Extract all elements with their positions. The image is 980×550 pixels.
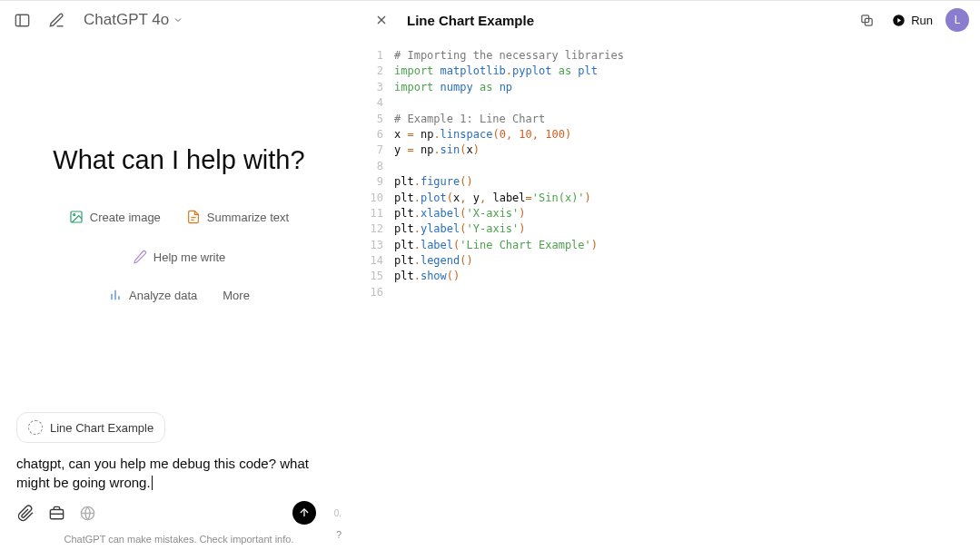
chat-header: ChatGPT 4o — [0, 1, 358, 39]
suggestion-row-1: Create image Summarize text Help me writ… — [18, 206, 340, 268]
code-line: 8 — [358, 159, 980, 174]
copy-icon — [859, 13, 875, 28]
attachment-chip[interactable]: Line Chart Example — [16, 412, 165, 443]
code-content: x = np.linspace(0, 10, 100) — [394, 127, 571, 142]
code-editor[interactable]: 1# Importing the necessary libraries2imp… — [358, 39, 980, 550]
image-icon — [69, 210, 84, 224]
model-selector[interactable]: ChatGPT 4o — [78, 7, 189, 33]
svg-rect-0 — [15, 15, 28, 26]
code-content: # Importing the necessary libraries — [394, 48, 624, 64]
chip-icon — [28, 420, 43, 435]
code-line: 13plt.label('Line Chart Example') — [358, 238, 980, 253]
code-content: # Example 1: Line Chart — [394, 112, 545, 127]
code-content: y = np.sin(x) — [394, 142, 480, 158]
sidebar-toggle-button[interactable] — [9, 7, 35, 33]
tools-button[interactable] — [47, 504, 65, 522]
document-icon — [186, 210, 201, 224]
text-cursor — [152, 476, 153, 490]
code-content: import numpy as np — [394, 80, 512, 95]
line-number: 9 — [358, 174, 394, 190]
code-content: plt.show() — [394, 269, 460, 284]
chat-heading: What can I help with? — [53, 145, 304, 175]
code-content — [394, 159, 401, 174]
composer-toolbar: 0. — [16, 499, 342, 528]
play-icon — [892, 14, 906, 27]
code-line: 1# Importing the necessary libraries — [358, 48, 980, 64]
composer: Line Chart Example chatgpt, can you help… — [0, 412, 358, 550]
code-line: 15plt.show() — [358, 269, 980, 284]
avatar[interactable]: L — [945, 8, 969, 32]
code-header-actions: Run L — [854, 7, 969, 33]
code-content: plt.xlabel('X-axis') — [394, 206, 526, 221]
code-line: 4 — [358, 95, 980, 111]
suggestion-summarize[interactable]: Summarize text — [183, 206, 292, 228]
copy-button[interactable] — [854, 7, 879, 33]
code-content — [394, 285, 401, 300]
suggestion-label: More — [223, 289, 250, 302]
line-number: 1 — [358, 48, 394, 64]
chat-pane: ChatGPT 4o What can I help with? Create … — [0, 1, 358, 550]
web-button[interactable] — [78, 504, 96, 522]
chip-label: Line Chart Example — [50, 421, 153, 435]
code-content: plt.figure() — [394, 174, 473, 190]
chevron-down-icon — [173, 15, 183, 25]
line-number: 5 — [358, 112, 394, 127]
code-line: 6x = np.linspace(0, 10, 100) — [358, 127, 980, 142]
code-header: Line Chart Example Run L — [358, 1, 980, 39]
pencil-icon — [133, 250, 147, 264]
line-number: 10 — [358, 191, 394, 206]
code-content: import matplotlib.pyplot as plt — [394, 64, 598, 79]
code-content — [394, 95, 401, 111]
line-number: 6 — [358, 127, 394, 142]
globe-icon — [79, 505, 96, 522]
line-number: 14 — [358, 253, 394, 269]
suggestion-row-2: Analyze data More — [104, 284, 253, 306]
code-content: plt.ylabel('Y-axis') — [394, 221, 526, 237]
code-line: 3import numpy as np — [358, 80, 980, 95]
line-number: 8 — [358, 159, 394, 174]
code-line: 16 — [358, 285, 980, 300]
run-button[interactable]: Run — [892, 14, 933, 27]
edit-icon — [48, 12, 65, 29]
code-line: 14plt.legend() — [358, 253, 980, 269]
close-code-button[interactable] — [369, 7, 394, 33]
disclaimer-text: ChatGPT can make mistakes. Check importa… — [16, 534, 342, 545]
line-number: 12 — [358, 221, 394, 237]
paperclip-icon — [17, 505, 35, 522]
code-pane: Line Chart Example Run L 1# Importing th… — [358, 1, 980, 550]
composer-input[interactable]: chatgpt, can you help me debug this code… — [16, 454, 342, 492]
line-number: 2 — [358, 64, 394, 79]
attach-button[interactable] — [16, 504, 35, 522]
suggestion-label: Analyze data — [129, 289, 197, 302]
suggestion-label: Create image — [90, 211, 161, 224]
help-button[interactable]: ? — [331, 526, 347, 543]
line-number: 13 — [358, 238, 394, 253]
code-content: plt.plot(x, y, label='Sin(x)') — [394, 191, 591, 206]
line-number: 11 — [358, 206, 394, 221]
chart-icon — [108, 288, 123, 302]
toolbox-icon — [48, 505, 65, 522]
send-button[interactable] — [292, 501, 316, 525]
svg-point-3 — [73, 214, 74, 216]
code-line: 12plt.ylabel('Y-axis') — [358, 221, 980, 237]
code-line: 9plt.figure() — [358, 174, 980, 190]
suggestion-create-image[interactable]: Create image — [65, 206, 164, 228]
suggestion-label: Help me write — [153, 250, 225, 264]
code-content: plt.label('Line Chart Example') — [394, 238, 598, 253]
chat-welcome: What can I help with? Create image Summa… — [0, 39, 358, 412]
run-label: Run — [911, 14, 933, 27]
suggestion-label: Summarize text — [207, 211, 289, 224]
code-line: 10plt.plot(x, y, label='Sin(x)') — [358, 191, 980, 206]
line-number: 7 — [358, 142, 394, 158]
close-icon — [374, 13, 389, 27]
arrow-up-icon — [298, 506, 311, 519]
code-title: Line Chart Example — [407, 13, 534, 28]
suggestion-more[interactable]: More — [219, 284, 253, 306]
panel-icon — [14, 12, 31, 29]
line-number: 16 — [358, 285, 394, 300]
new-chat-button[interactable] — [44, 7, 69, 33]
suggestion-help-write[interactable]: Help me write — [129, 246, 229, 268]
suggestion-analyze[interactable]: Analyze data — [104, 284, 201, 306]
model-name: ChatGPT 4o — [84, 11, 169, 29]
code-line: 5# Example 1: Line Chart — [358, 112, 980, 127]
